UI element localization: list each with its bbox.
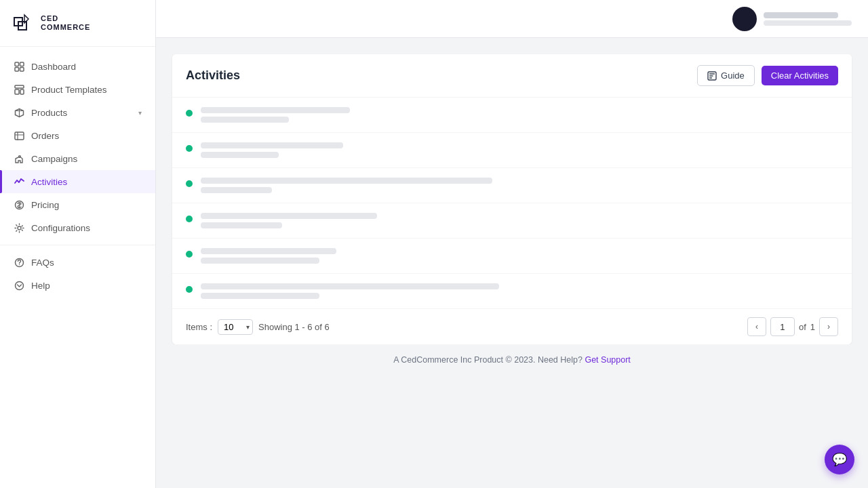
table-row (172, 168, 852, 203)
items-select-wrap: 10 20 50 100 (218, 319, 253, 335)
chat-icon: 💬 (832, 452, 847, 467)
sidebar-nav: Dashboard Product Templates Products ▾ O… (0, 47, 155, 488)
activities-container: Activities Guide Clear Activities (172, 54, 852, 344)
activity-line-1 (201, 213, 377, 219)
sidebar-label-campaigns: Campaigns (31, 154, 77, 164)
dashboard-icon (14, 61, 24, 72)
sidebar-label-dashboard: Dashboard (31, 62, 76, 72)
activity-status-dot (186, 110, 193, 117)
logo-icon (14, 12, 35, 34)
page-title: Activities (186, 68, 240, 83)
main-content: Activities Guide Clear Activities (156, 0, 868, 488)
header-actions: Guide Clear Activities (697, 65, 838, 86)
page-content: Activities Guide Clear Activities (156, 38, 868, 488)
logo-line2: COMMERCE (41, 23, 90, 32)
user-sub-bar (764, 20, 852, 26)
per-page-select[interactable]: 10 20 50 100 (218, 319, 253, 335)
pricing-icon (14, 199, 24, 210)
sidebar-item-campaigns[interactable]: Campaigns (0, 147, 155, 170)
activity-list (172, 97, 852, 308)
sidebar-divider (0, 245, 155, 245)
activity-status-dot (186, 145, 193, 152)
svg-rect-3 (15, 62, 19, 66)
sidebar-label-activities: Activities (31, 177, 67, 187)
active-indicator (0, 170, 2, 193)
sidebar-item-pricing[interactable]: Pricing (0, 193, 155, 216)
svg-point-13 (18, 226, 21, 230)
logo: CED COMMERCE (0, 0, 155, 47)
sidebar-item-activities[interactable]: Activities (0, 170, 155, 193)
get-support-link[interactable]: Get Support (585, 355, 630, 365)
sidebar-item-faqs[interactable]: FAQs (0, 251, 155, 274)
sidebar-item-help[interactable]: Help (0, 274, 155, 297)
activity-line-2 (201, 187, 272, 193)
table-row (172, 274, 852, 308)
sidebar-item-dashboard[interactable]: Dashboard (0, 55, 155, 78)
sidebar-item-orders[interactable]: Orders (0, 124, 155, 147)
svg-rect-4 (20, 62, 24, 66)
chevron-down-icon: ▾ (138, 109, 142, 117)
sidebar-label-configurations: Configurations (31, 223, 90, 233)
activity-status-dot (186, 286, 193, 293)
footer: A CedCommerce Inc Product © 2023. Need H… (172, 344, 852, 375)
activity-line-2 (201, 117, 289, 123)
activity-line-1 (201, 178, 492, 184)
template-icon (14, 84, 24, 95)
items-label: Items : (186, 322, 212, 332)
sidebar-item-product-templates[interactable]: Product Templates (0, 78, 155, 101)
svg-point-16 (15, 281, 23, 289)
activities-header: Activities Guide Clear Activities (172, 54, 852, 97)
activity-content (201, 248, 838, 264)
table-row (172, 98, 852, 133)
activity-line-2 (201, 222, 282, 228)
clear-activities-button[interactable]: Clear Activities (762, 66, 838, 85)
activity-content (201, 142, 838, 158)
svg-rect-5 (15, 67, 19, 71)
user-info (732, 7, 852, 31)
topbar (156, 0, 868, 38)
guide-icon (707, 71, 717, 81)
activity-line-1 (201, 248, 336, 254)
activity-status-dot (186, 180, 193, 187)
avatar (732, 7, 757, 31)
table-row (172, 133, 852, 168)
sidebar-label-pricing: Pricing (31, 200, 59, 210)
activity-line-1 (201, 142, 343, 148)
activity-line-1 (201, 107, 350, 113)
activity-line-1 (201, 283, 499, 289)
faqs-icon (14, 257, 24, 268)
guide-button-label: Guide (721, 70, 745, 81)
sidebar-label-products: Products (31, 108, 67, 118)
sidebar-label-product-templates: Product Templates (31, 85, 107, 95)
footer-text: A CedCommerce Inc Product © 2023. Need H… (393, 355, 583, 365)
config-icon (14, 222, 24, 233)
svg-rect-7 (15, 85, 24, 88)
sidebar-label-orders: Orders (31, 131, 59, 141)
chat-button[interactable]: 💬 (825, 445, 854, 474)
svg-point-15 (18, 264, 19, 264)
activity-content (201, 213, 838, 228)
user-name-bar (764, 12, 838, 18)
table-row (172, 239, 852, 274)
page-number-input[interactable] (770, 317, 795, 336)
logo-text: CED COMMERCE (41, 14, 90, 32)
prev-page-button[interactable]: ‹ (747, 317, 766, 336)
activity-status-dot (186, 251, 193, 258)
svg-rect-10 (15, 132, 24, 140)
guide-button[interactable]: Guide (697, 65, 755, 86)
pagination-bar: Items : 10 20 50 100 Showing 1 - 6 of 6 … (172, 308, 852, 344)
user-text-info (764, 12, 852, 26)
activity-line-2 (201, 258, 319, 264)
activity-status-dot (186, 216, 193, 222)
page-of-text: of (799, 322, 806, 332)
sidebar-item-products[interactable]: Products ▾ (0, 101, 155, 124)
activity-line-2 (201, 152, 279, 158)
next-page-button[interactable]: › (819, 317, 838, 336)
pagination-controls: ‹ of 1 › (747, 317, 838, 336)
showing-text: Showing 1 - 6 of 6 (258, 322, 330, 332)
campaigns-icon (14, 153, 24, 164)
svg-rect-8 (15, 89, 19, 94)
sidebar: CED COMMERCE Dashboard Product Templates… (0, 0, 156, 488)
sidebar-item-configurations[interactable]: Configurations (0, 216, 155, 239)
table-row (172, 203, 852, 239)
